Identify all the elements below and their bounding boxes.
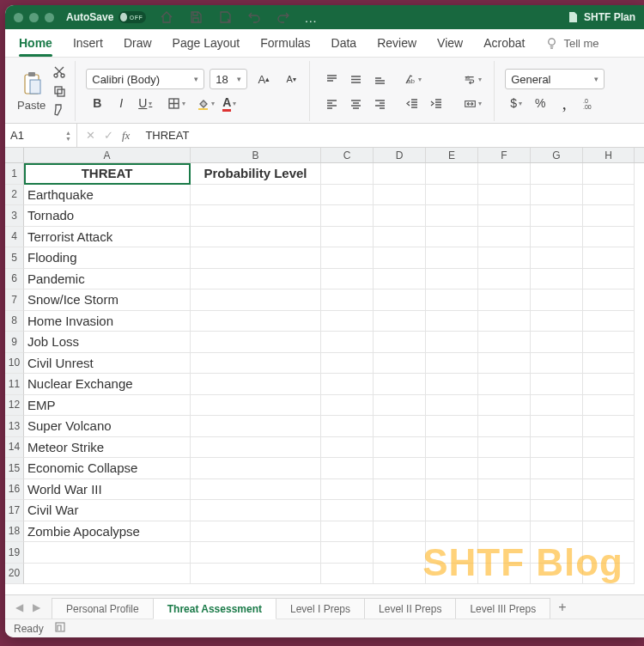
cell[interactable] — [478, 479, 531, 501]
cell[interactable] — [191, 353, 321, 375]
cell[interactable] — [583, 521, 635, 543]
row-header[interactable]: 11 — [5, 374, 24, 395]
cell[interactable] — [374, 500, 426, 521]
cell[interactable] — [374, 353, 426, 375]
autosave-switch[interactable]: OFF — [118, 11, 146, 23]
decrease-indent-icon[interactable] — [401, 93, 423, 113]
cell[interactable] — [531, 332, 583, 353]
cell[interactable] — [191, 437, 321, 459]
grid-body[interactable]: 1THREATProbability Level2Earthquake3Torn… — [5, 163, 644, 594]
cell[interactable] — [426, 374, 478, 395]
cell[interactable] — [321, 479, 374, 501]
sheet-tab-level-1[interactable]: Level I Preps — [276, 598, 365, 619]
cell[interactable] — [321, 437, 374, 459]
cell[interactable] — [478, 311, 531, 332]
cancel-formula-icon[interactable]: ✕ — [86, 129, 95, 142]
tab-formulas[interactable]: Formulas — [260, 36, 310, 50]
sheet-tab-level-3[interactable]: Level III Preps — [455, 598, 550, 619]
cell[interactable] — [321, 311, 374, 332]
number-format-select[interactable]: General▾ — [505, 69, 605, 89]
font-color-button[interactable]: A▾ — [218, 93, 240, 113]
cell[interactable] — [583, 500, 635, 521]
cell[interactable] — [191, 416, 321, 437]
cell[interactable] — [426, 205, 478, 227]
cell[interactable] — [191, 395, 321, 417]
cell[interactable] — [583, 247, 635, 269]
cell[interactable] — [583, 353, 635, 375]
cell[interactable] — [531, 374, 583, 395]
cell[interactable] — [321, 500, 374, 521]
close-window[interactable] — [14, 13, 23, 22]
cell[interactable] — [531, 458, 583, 479]
cell[interactable] — [583, 205, 635, 227]
tab-draw[interactable]: Draw — [124, 36, 152, 50]
cell[interactable] — [478, 521, 531, 543]
cell[interactable] — [426, 437, 478, 459]
cell[interactable] — [478, 437, 531, 459]
cell[interactable]: Pandemic — [24, 269, 191, 290]
cell[interactable]: Civil Unrest — [24, 353, 191, 375]
zoom-window[interactable] — [45, 13, 54, 22]
italic-button[interactable]: I — [110, 93, 132, 113]
cell[interactable]: Flooding — [24, 247, 191, 269]
font-name-select[interactable]: Calibri (Body)▾ — [86, 69, 204, 89]
cell[interactable]: Super Volcano — [24, 416, 191, 437]
cell[interactable] — [374, 564, 426, 585]
cell[interactable] — [531, 353, 583, 375]
cell[interactable] — [321, 458, 374, 479]
increase-font-icon[interactable]: A▴ — [252, 69, 275, 89]
cell[interactable] — [583, 289, 635, 311]
accessibility-icon[interactable] — [54, 621, 66, 636]
cell[interactable] — [321, 564, 374, 585]
cell[interactable] — [531, 479, 583, 501]
sheet-tab-level-2[interactable]: Level II Preps — [364, 598, 456, 619]
cut-icon[interactable] — [51, 64, 68, 80]
merge-button[interactable]: ▾ — [458, 93, 487, 113]
align-right-icon[interactable] — [368, 93, 391, 113]
cell[interactable] — [374, 205, 426, 227]
name-box[interactable]: A1 ▲▼ — [5, 124, 77, 147]
row-header[interactable]: 13 — [5, 416, 24, 437]
tab-home[interactable]: Home — [19, 36, 52, 50]
tab-insert[interactable]: Insert — [73, 36, 103, 50]
cell[interactable] — [583, 311, 635, 332]
col-header-g[interactable]: G — [531, 148, 583, 162]
sheet-tab-personal-profile[interactable]: Personal Profile — [52, 598, 154, 619]
cell[interactable] — [426, 163, 478, 185]
underline-button[interactable]: U▾ — [134, 93, 156, 113]
font-size-select[interactable]: 18▾ — [210, 69, 247, 89]
cell[interactable] — [583, 564, 635, 585]
row-header[interactable]: 17 — [5, 500, 24, 521]
cell[interactable] — [321, 163, 374, 185]
cell[interactable] — [426, 458, 478, 479]
cell[interactable] — [531, 163, 583, 185]
cell[interactable] — [374, 247, 426, 269]
cell[interactable] — [531, 564, 583, 585]
cell[interactable] — [583, 332, 635, 353]
namebox-stepper[interactable]: ▲▼ — [65, 130, 71, 142]
cell[interactable] — [426, 311, 478, 332]
row-header[interactable]: 9 — [5, 332, 24, 353]
cell[interactable] — [478, 289, 531, 311]
row-header[interactable]: 6 — [5, 269, 24, 290]
cell[interactable]: Terrorist Attack — [24, 227, 191, 248]
cell[interactable] — [426, 332, 478, 353]
cell[interactable] — [583, 185, 635, 206]
cell[interactable] — [583, 437, 635, 459]
cell[interactable] — [191, 500, 321, 521]
cell[interactable]: Home Invasion — [24, 311, 191, 332]
cell[interactable] — [321, 227, 374, 248]
copy-icon[interactable] — [51, 83, 68, 99]
cell[interactable] — [426, 521, 478, 543]
cell[interactable]: Probability Level — [191, 163, 321, 185]
row-header[interactable]: 16 — [5, 479, 24, 501]
cell[interactable] — [374, 185, 426, 206]
sheet-tab-threat-assessment[interactable]: Threat Assessment — [153, 598, 276, 619]
cell[interactable] — [531, 227, 583, 248]
cell[interactable] — [374, 542, 426, 564]
align-left-icon[interactable] — [320, 93, 343, 113]
cell[interactable] — [374, 311, 426, 332]
col-header-h[interactable]: H — [583, 148, 635, 162]
tab-page-layout[interactable]: Page Layout — [173, 36, 240, 50]
cell[interactable] — [191, 542, 321, 564]
